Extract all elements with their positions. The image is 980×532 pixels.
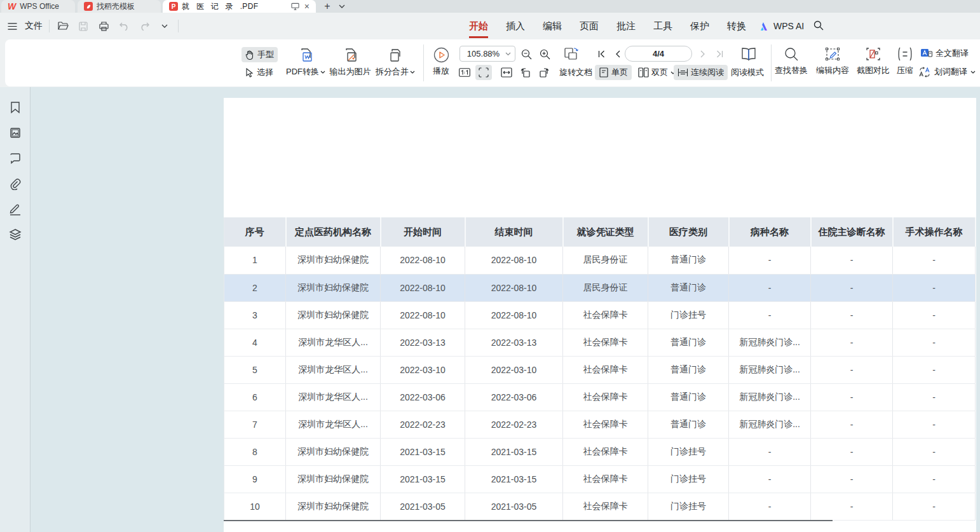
fit-page-button[interactable]	[475, 65, 492, 80]
split-merge-button[interactable]: 拆分合并	[371, 47, 419, 78]
next-page-button[interactable]	[697, 46, 709, 62]
book-icon[interactable]	[740, 46, 758, 62]
find-replace-icon	[784, 47, 798, 61]
hand-tool-button[interactable]: 手型	[242, 47, 278, 62]
page-indicator-value: 4/4	[653, 49, 664, 58]
monitor-icon[interactable]	[291, 3, 299, 10]
comment-icon[interactable]	[9, 152, 22, 165]
play-button[interactable]: 播放	[426, 47, 456, 77]
layers-icon[interactable]	[9, 228, 22, 241]
close-tab-icon[interactable]: ×	[304, 2, 310, 11]
ribbon-tabs: 开始 插入 编辑 页面 批注 工具 保护 转换	[460, 13, 755, 39]
table-row: 8深圳市妇幼保健院2021-03-152021-03-15社会保障卡门诊挂号--…	[224, 438, 976, 465]
file-menu[interactable]: 文件	[25, 20, 43, 32]
full-translate-button[interactable]: 全文翻译	[920, 48, 969, 59]
signature-pen-icon[interactable]	[9, 203, 22, 215]
open-file-icon[interactable]	[56, 19, 70, 33]
tab-document[interactable]: P 就 医 记 录 .PDF ×	[163, 0, 316, 13]
next-page-icon	[700, 50, 705, 58]
tab-edit[interactable]: 编辑	[534, 13, 571, 39]
rotate-doc-label[interactable]: 旋转文档	[555, 65, 596, 80]
zoom-in-button[interactable]	[536, 46, 553, 62]
menubar-search-icon[interactable]	[813, 20, 824, 31]
edit-content-button[interactable]: 编辑内容	[813, 47, 852, 76]
word-translate-button[interactable]: 划词翻译	[918, 66, 976, 78]
table-row: 3深圳市妇幼保健院2022-08-102022-08-10社会保障卡门诊挂号--…	[224, 301, 976, 329]
tab-tools[interactable]: 工具	[644, 13, 681, 39]
table-row: 2深圳市妇幼保健院2022-08-102022-08-10居民身份证普通门诊--…	[224, 274, 976, 301]
undo-icon[interactable]	[117, 19, 131, 33]
medical-records-table: 序号定点医药机构名称开始时间结束时间就诊凭证类型医疗类别病种名称住院主诊断名称手…	[224, 217, 976, 521]
tab-docer-templates[interactable]: 找稻壳模板	[78, 0, 161, 13]
tab-annotate[interactable]: 批注	[608, 13, 644, 39]
tab-convert[interactable]: 转换	[718, 13, 755, 39]
last-page-button[interactable]	[713, 46, 726, 62]
zoom-level-control[interactable]: 105.88%	[459, 46, 515, 62]
tab-insert[interactable]: 插入	[497, 13, 534, 39]
double-page-button[interactable]: 双页	[634, 65, 679, 80]
wps-ai-label: WPS AI	[773, 21, 804, 31]
full-translate-label: 全文翻译	[936, 48, 969, 59]
print-icon[interactable]	[97, 19, 111, 33]
new-tab-button[interactable]: +	[321, 0, 334, 13]
thumbnail-icon[interactable]	[9, 126, 22, 139]
first-page-button[interactable]	[595, 46, 608, 62]
zoom-out-icon	[521, 49, 532, 60]
attachment-icon[interactable]	[9, 177, 22, 190]
column-header-5: 医疗类别	[648, 217, 729, 247]
wps-window: W WPS Office 找稻壳模板 P 就 医 记 录 .PDF × + 文件	[0, 0, 980, 532]
export-image-label: 输出为图片	[330, 66, 371, 78]
double-page-label: 双页	[651, 67, 668, 78]
play-icon	[433, 47, 449, 63]
menubar: 文件 开始 插入 编辑 页面	[0, 13, 980, 39]
pdf-page: 序号定点医药机构名称开始时间结束时间就诊凭证类型医疗类别病种名称住院主诊断名称手…	[224, 98, 976, 532]
tab-wps-office-label: WPS Office	[20, 2, 59, 11]
tab-list-chevron-icon[interactable]	[336, 0, 348, 13]
select-tool-button[interactable]: 选择	[242, 65, 277, 80]
rotate-right-icon	[538, 67, 549, 78]
tab-page[interactable]: 页面	[571, 13, 608, 39]
export-image-button[interactable]: 输出为图片	[323, 47, 378, 78]
prev-page-button[interactable]	[611, 46, 624, 62]
rotate-left-button[interactable]	[517, 65, 534, 80]
save-icon[interactable]	[76, 19, 90, 33]
tab-home[interactable]: 开始	[460, 13, 497, 39]
page-indicator-input[interactable]: 4/4	[625, 46, 692, 62]
tab-protect[interactable]: 保护	[681, 13, 718, 39]
fileops-chevron-icon[interactable]	[158, 19, 172, 33]
tab-document-title: 就 医 记 录 .PDF	[182, 1, 258, 12]
full-translate-icon	[920, 48, 932, 58]
redo-icon[interactable]	[137, 19, 151, 33]
hand-tool-label: 手型	[257, 49, 274, 60]
rotate-pages-icon[interactable]	[562, 46, 581, 62]
read-mode-label: 阅读模式	[731, 67, 764, 78]
actual-size-button[interactable]	[456, 65, 473, 80]
wps-logo-icon: W	[8, 2, 16, 11]
find-replace-button[interactable]: 查找替换	[772, 47, 810, 76]
zoom-in-icon	[540, 49, 550, 60]
toolbar: 手型 选择 PDF转换 输出为图片 拆分合并 播放 105.88%	[5, 39, 980, 86]
compress-button[interactable]: 压缩	[892, 47, 918, 76]
zoom-out-button[interactable]	[518, 46, 534, 62]
bookmark-icon[interactable]	[9, 101, 22, 114]
first-page-icon	[598, 50, 605, 58]
play-label: 播放	[433, 65, 449, 77]
single-page-button[interactable]: 单页	[595, 65, 632, 80]
continuous-read-label: 连续阅读	[691, 67, 724, 78]
screenshot-compare-button[interactable]: 截图对比	[854, 47, 892, 76]
continuous-read-button[interactable]: 连续阅读	[674, 65, 728, 80]
docer-icon	[84, 2, 93, 11]
pdf-doc-icon: P	[169, 2, 178, 11]
compress-icon	[897, 47, 913, 61]
rotate-right-button[interactable]	[535, 65, 552, 80]
fit-width-button[interactable]	[498, 65, 515, 80]
hamburger-menu-icon[interactable]	[8, 23, 17, 30]
read-mode-button[interactable]: 阅读模式	[727, 65, 768, 80]
tab-wps-office[interactable]: W WPS Office	[1, 0, 75, 13]
wps-ai-button[interactable]: WPS AI	[759, 13, 804, 39]
table-row: 5深圳市龙华区人...2022-03-102022-03-10社会保障卡普通门诊…	[224, 356, 976, 383]
left-sidebar	[0, 87, 31, 532]
word-translate-label: 划词翻译	[934, 66, 967, 78]
wps-ai-logo-icon	[759, 22, 770, 31]
single-page-label: 单页	[611, 67, 628, 78]
